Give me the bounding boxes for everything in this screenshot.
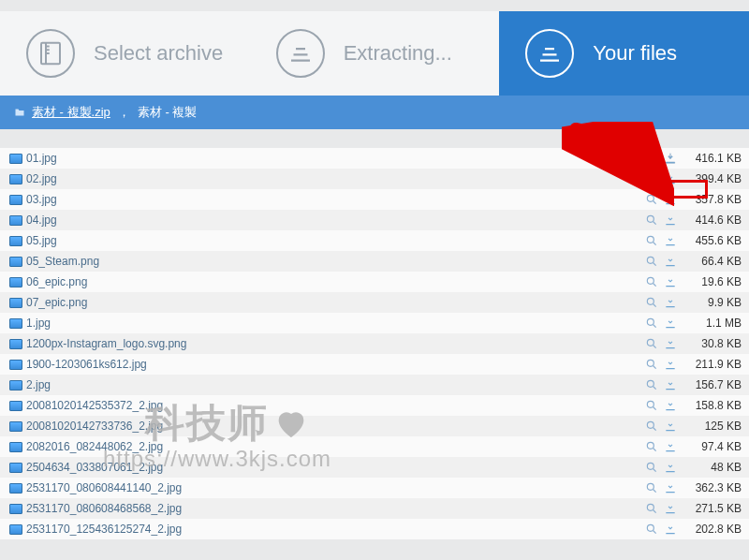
table-row[interactable]: 06_epic.png19.6 KB xyxy=(0,272,749,292)
file-name: 2504634_033807061_2.jpg xyxy=(26,461,642,474)
preview-icon[interactable] xyxy=(642,378,661,391)
file-size: 399.4 KB xyxy=(680,172,742,185)
file-size: 1.1 MB xyxy=(680,317,742,330)
download-icon[interactable] xyxy=(661,152,680,165)
file-size: 414.6 KB xyxy=(680,214,742,227)
download-icon[interactable] xyxy=(661,523,680,536)
download-icon[interactable] xyxy=(661,337,680,350)
file-name: 03.jpg xyxy=(26,193,642,206)
preview-icon[interactable] xyxy=(642,420,661,433)
file-name: 2531170_080608441140_2.jpg xyxy=(26,481,642,494)
table-row[interactable]: 05.jpg455.6 KB xyxy=(0,230,749,251)
file-size: 455.6 KB xyxy=(680,234,742,247)
file-thumb-icon xyxy=(9,215,26,226)
download-icon[interactable] xyxy=(661,440,680,453)
preview-icon[interactable] xyxy=(642,337,661,350)
table-row[interactable]: 2082016_082448062_2.jpg97.4 KB xyxy=(0,436,749,457)
step-extracting[interactable]: Extracting... xyxy=(250,11,500,96)
svg-point-5 xyxy=(647,236,654,243)
svg-point-9 xyxy=(647,318,654,325)
download-icon[interactable] xyxy=(661,275,680,288)
step-label: Extracting... xyxy=(344,41,452,66)
file-name: 05.jpg xyxy=(26,234,642,247)
table-row[interactable]: 07_epic.png9.9 KB xyxy=(0,292,749,313)
svg-point-16 xyxy=(647,463,654,469)
preview-icon[interactable] xyxy=(642,481,661,494)
download-icon[interactable] xyxy=(661,214,680,227)
preview-icon[interactable] xyxy=(642,440,661,453)
preview-icon[interactable] xyxy=(642,255,661,268)
preview-icon[interactable] xyxy=(642,502,661,515)
table-row[interactable]: 2531170_125436125274_2.jpg202.8 KB xyxy=(0,519,749,539)
file-size: 357.8 KB xyxy=(680,193,742,206)
preview-icon[interactable] xyxy=(642,193,661,206)
svg-point-11 xyxy=(647,360,654,366)
file-name: 2531170_080608468568_2.jpg xyxy=(26,502,642,515)
file-thumb-icon xyxy=(9,442,26,452)
file-name: 05_Steam.png xyxy=(26,255,642,268)
breadcrumb: 素材 - 複製.zip ， 素材 - 複製 xyxy=(0,96,749,129)
svg-point-12 xyxy=(647,380,654,387)
file-name: 2082016_082448062_2.jpg xyxy=(26,440,642,453)
download-icon[interactable] xyxy=(661,399,680,412)
svg-point-2 xyxy=(647,174,654,181)
preview-icon[interactable] xyxy=(642,317,661,330)
step-select-archive[interactable]: Select archive xyxy=(0,11,250,96)
download-icon[interactable] xyxy=(661,317,680,330)
extracting-icon xyxy=(276,29,325,78)
preview-icon[interactable] xyxy=(642,275,661,288)
preview-icon[interactable] xyxy=(642,152,661,165)
svg-point-19 xyxy=(647,524,654,531)
table-row[interactable]: 20081020142535372_2.jpg158.8 KB xyxy=(0,395,749,416)
table-row[interactable]: 02.jpg399.4 KB xyxy=(0,169,749,189)
file-thumb-icon xyxy=(9,504,26,514)
preview-icon[interactable] xyxy=(642,214,661,227)
table-row[interactable]: 04.jpg414.6 KB xyxy=(0,210,749,230)
table-row[interactable]: 03.jpg357.8 KB xyxy=(0,189,749,210)
file-thumb-icon xyxy=(9,174,26,184)
preview-icon[interactable] xyxy=(642,358,661,371)
download-icon[interactable] xyxy=(661,296,680,309)
table-row[interactable]: 1.jpg1.1 MB xyxy=(0,313,749,333)
download-icon[interactable] xyxy=(661,193,680,206)
download-icon[interactable] xyxy=(661,420,680,433)
table-row[interactable]: 2531170_080608441140_2.jpg362.3 KB xyxy=(0,478,749,498)
svg-point-8 xyxy=(647,298,654,304)
svg-point-1 xyxy=(647,154,654,160)
preview-icon[interactable] xyxy=(642,234,661,247)
file-size: 416.1 KB xyxy=(680,152,742,165)
file-size: 158.8 KB xyxy=(680,399,742,412)
download-icon[interactable] xyxy=(661,255,680,268)
file-thumb-icon xyxy=(9,318,26,329)
preview-icon[interactable] xyxy=(642,296,661,309)
download-icon[interactable] xyxy=(661,481,680,494)
svg-point-14 xyxy=(647,421,654,428)
preview-icon[interactable] xyxy=(642,399,661,412)
table-row[interactable]: 20081020142733736_2.jpg125 KB xyxy=(0,416,749,436)
file-name: 02.jpg xyxy=(26,172,642,185)
svg-point-15 xyxy=(647,442,654,449)
file-size: 97.4 KB xyxy=(680,440,742,453)
file-thumb-icon xyxy=(9,380,26,391)
download-icon[interactable] xyxy=(661,502,680,515)
preview-icon[interactable] xyxy=(642,523,661,536)
step-your-files[interactable]: Your files xyxy=(499,11,749,96)
file-size: 48 KB xyxy=(680,461,742,474)
breadcrumb-zip-link[interactable]: 素材 - 複製.zip xyxy=(32,104,110,121)
table-row[interactable]: 2.jpg156.7 KB xyxy=(0,375,749,395)
download-icon[interactable] xyxy=(661,358,680,371)
file-list: 01.jpg416.1 KB02.jpg399.4 KB03.jpg357.8 … xyxy=(0,148,749,539)
preview-icon[interactable] xyxy=(642,461,661,474)
file-name: 1200px-Instagram_logo.svg.png xyxy=(26,337,642,350)
table-row[interactable]: 01.jpg416.1 KB xyxy=(0,148,749,169)
preview-icon[interactable] xyxy=(642,172,661,185)
table-row[interactable]: 1200px-Instagram_logo.svg.png30.8 KB xyxy=(0,333,749,354)
download-icon[interactable] xyxy=(661,461,680,474)
table-row[interactable]: 2531170_080608468568_2.jpg271.5 KB xyxy=(0,498,749,519)
table-row[interactable]: 05_Steam.png66.4 KB xyxy=(0,251,749,272)
download-icon[interactable] xyxy=(661,234,680,247)
table-row[interactable]: 1900-1203061ks612.jpg211.9 KB xyxy=(0,354,749,375)
download-icon[interactable] xyxy=(661,378,680,391)
download-icon[interactable] xyxy=(661,172,680,185)
table-row[interactable]: 2504634_033807061_2.jpg48 KB xyxy=(0,457,749,478)
